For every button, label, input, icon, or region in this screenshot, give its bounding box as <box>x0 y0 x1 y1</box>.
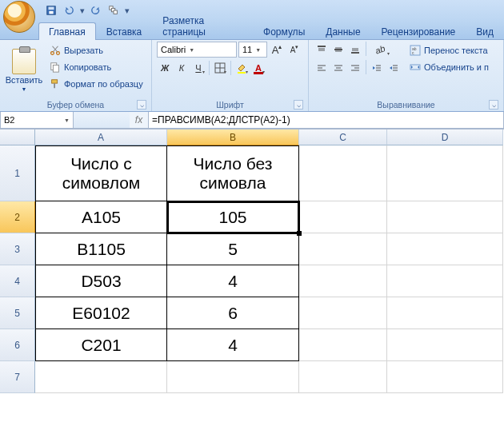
cell-D3[interactable] <box>387 233 503 265</box>
cell-C7[interactable] <box>299 361 387 393</box>
cell-B4[interactable]: 4 <box>167 265 299 297</box>
row-header-1[interactable]: 1 <box>0 145 35 201</box>
alignment-group-title: Выравнивание <box>377 100 434 110</box>
qat-save-button[interactable] <box>43 2 59 18</box>
svg-rect-9 <box>53 65 58 72</box>
tab-2[interactable]: Разметка страницы <box>152 11 253 40</box>
font-color-button[interactable]: A ▾ <box>250 60 266 76</box>
tab-1[interactable]: Вставка <box>96 22 153 40</box>
name-box[interactable]: B2 ▼ <box>0 112 74 129</box>
cell-C6[interactable] <box>299 329 387 361</box>
underline-button[interactable]: Ч▾ <box>190 60 206 76</box>
fx-icon[interactable]: fx <box>130 112 149 129</box>
cell-D4[interactable] <box>387 265 503 297</box>
select-all-corner[interactable] <box>0 129 35 145</box>
clipboard-launcher[interactable]: ⌵ <box>137 100 146 110</box>
cell-A6[interactable]: C201 <box>35 329 167 361</box>
cell-C2[interactable] <box>299 201 387 233</box>
brush-icon <box>50 78 61 90</box>
font-group-title: Шрифт <box>216 100 244 110</box>
cell-A3[interactable]: B1105 <box>35 233 167 265</box>
cell-D5[interactable] <box>387 297 503 329</box>
align-top-button[interactable] <box>314 42 330 58</box>
tab-6[interactable]: Вид <box>466 22 504 40</box>
row-header-4[interactable]: 4 <box>0 265 35 297</box>
row-header-7[interactable]: 7 <box>0 361 35 393</box>
cell-C4[interactable] <box>299 265 387 297</box>
cell-A1[interactable]: Число ссимовлом <box>35 145 167 201</box>
bold-button[interactable]: Ж <box>157 60 173 76</box>
italic-button[interactable]: К <box>174 60 190 76</box>
cell-A7[interactable] <box>35 361 167 393</box>
format-painter-label: Формат по образцу <box>64 79 143 89</box>
col-header-A[interactable]: A <box>35 129 167 145</box>
cut-button[interactable]: Вырезать <box>46 42 146 58</box>
tab-4[interactable]: Данные <box>315 22 370 40</box>
borders-button[interactable]: ▾ <box>212 60 228 76</box>
cell-B5[interactable]: 6 <box>167 297 299 329</box>
orientation-button[interactable]: ab▾ <box>369 42 391 58</box>
cell-B1[interactable]: Число безсимовла <box>167 145 299 201</box>
align-bottom-button[interactable] <box>347 42 363 58</box>
qat-print-button[interactable] <box>106 2 122 18</box>
col-header-D[interactable]: D <box>387 129 503 145</box>
cell-A5[interactable]: E60102 <box>35 297 167 329</box>
align-left-button[interactable] <box>314 60 330 76</box>
fill-color-button[interactable]: ▾ <box>234 60 250 76</box>
merge-center-label: Объединить и п <box>424 62 489 72</box>
cell-D2[interactable] <box>387 201 503 233</box>
cell-B7[interactable] <box>167 361 299 393</box>
align-middle-button[interactable] <box>330 42 346 58</box>
merge-center-button[interactable]: Объединить и п <box>406 58 492 75</box>
alignment-launcher[interactable]: ⌵ <box>489 100 498 110</box>
cell-A4[interactable]: D503 <box>35 265 167 297</box>
cell-C5[interactable] <box>299 297 387 329</box>
ribbon-tabs: ГлавнаяВставкаРазметка страницыФормулыДа… <box>0 21 504 40</box>
row-header-5[interactable]: 5 <box>0 297 35 329</box>
cell-D1[interactable] <box>387 145 503 201</box>
qat-customize-dropdown[interactable]: ▾ <box>123 2 131 18</box>
font-name-combo[interactable]: Calibri ▼ <box>157 42 237 58</box>
qat-undo-button[interactable] <box>61 2 77 18</box>
grow-font-button[interactable]: A▴ <box>269 42 285 58</box>
wrap-icon: abc <box>410 45 421 56</box>
row-header-6[interactable]: 6 <box>0 329 35 361</box>
cell-B6[interactable]: 4 <box>167 329 299 361</box>
cell-A2[interactable]: A105 <box>35 201 167 233</box>
formula-bar-input[interactable]: =ПРАВСИМВ(A2;ДЛСТР(A2)-1) <box>149 112 504 129</box>
decrease-indent-button[interactable] <box>369 60 385 76</box>
shrink-font-button[interactable]: A▾ <box>286 42 302 58</box>
font-launcher[interactable]: ⌵ <box>294 100 303 110</box>
tab-5[interactable]: Рецензирование <box>371 22 466 40</box>
cell-D6[interactable] <box>387 329 503 361</box>
svg-rect-1 <box>49 7 54 10</box>
wrap-text-button[interactable]: abc Перенос текста <box>406 42 492 58</box>
cell-B3[interactable]: 5 <box>167 233 299 265</box>
font-size-combo[interactable]: 11 ▼ <box>238 42 267 58</box>
cell-D7[interactable] <box>387 361 503 393</box>
qat-undo-dropdown[interactable]: ▾ <box>78 2 86 18</box>
svg-rect-11 <box>54 83 55 88</box>
copy-button[interactable]: Копировать <box>46 58 146 75</box>
qat-redo-button[interactable] <box>88 2 104 18</box>
row-header-2[interactable]: 2 <box>0 201 35 233</box>
cell-B2[interactable]: 105 <box>167 201 299 233</box>
paste-button[interactable]: Вставить ▼ <box>5 42 43 98</box>
align-right-button[interactable] <box>347 60 363 76</box>
paste-label: Вставить <box>6 76 43 85</box>
office-button[interactable] <box>3 1 35 33</box>
col-header-B[interactable]: B <box>167 129 299 145</box>
svg-point-7 <box>57 51 60 54</box>
col-header-C[interactable]: C <box>299 129 387 145</box>
svg-rect-10 <box>52 79 58 82</box>
increase-indent-button[interactable] <box>386 60 402 76</box>
tab-0[interactable]: Главная <box>38 22 96 40</box>
align-center-button[interactable] <box>330 60 346 76</box>
font-name-value: Calibri <box>161 45 186 54</box>
cell-C1[interactable] <box>299 145 387 201</box>
tab-3[interactable]: Формулы <box>253 22 315 40</box>
format-painter-button[interactable]: Формат по образцу <box>46 75 146 92</box>
row-header-3[interactable]: 3 <box>0 233 35 265</box>
cell-C3[interactable] <box>299 233 387 265</box>
worksheet-grid[interactable]: ABCD1234567Число ссимовломЧисло безсимов… <box>0 129 504 438</box>
